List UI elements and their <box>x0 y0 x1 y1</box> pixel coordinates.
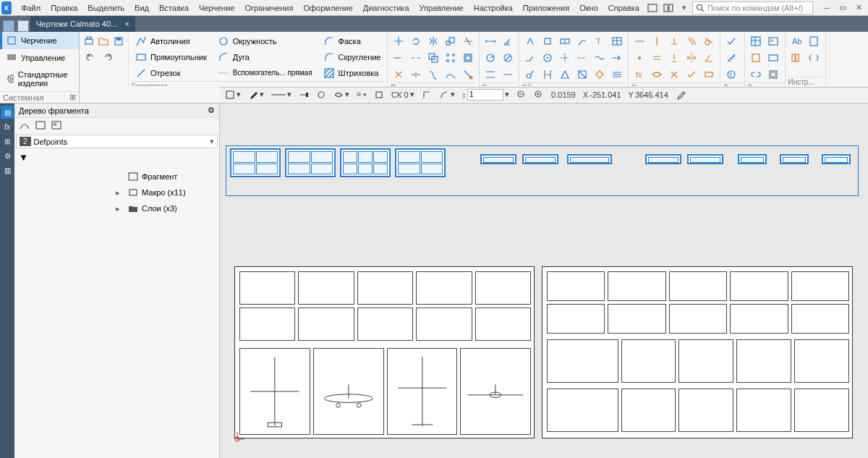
scale-field[interactable]: ↕ ▾ <box>460 89 512 101</box>
menu-select[interactable]: Выделить <box>82 2 129 14</box>
panel-tool-1[interactable] <box>19 120 30 130</box>
expand-icon[interactable]: ⊞ <box>69 93 76 102</box>
ins-view[interactable] <box>765 67 781 82</box>
close-tab-icon[interactable]: × <box>124 20 129 28</box>
gear-icon[interactable]: ⚙ <box>208 106 215 115</box>
note-brand[interactable] <box>574 67 590 82</box>
menu-constraints[interactable]: Ограничения <box>239 2 298 14</box>
grid-icon[interactable]: ⌗ ▾ <box>354 90 369 99</box>
tool-equidist[interactable] <box>425 67 441 82</box>
menu-diag[interactable]: Диагностика <box>358 2 414 14</box>
drawing-sheet-2[interactable] <box>542 266 853 438</box>
tool-break[interactable] <box>408 50 424 66</box>
tl-lib[interactable] <box>788 50 804 66</box>
tab-standard-parts[interactable]: Стандартные изделия <box>0 67 79 91</box>
diag-check[interactable] <box>723 33 739 49</box>
note-base[interactable] <box>540 33 556 49</box>
tl-calc[interactable] <box>806 33 822 49</box>
drawing-sheet-1[interactable] <box>234 266 535 438</box>
tl-spell[interactable]: Ab <box>788 33 804 49</box>
tab-manage[interactable]: Управление <box>0 49 79 67</box>
menu-format[interactable]: Оформление <box>298 2 357 14</box>
mini-sheet[interactable] <box>395 148 446 177</box>
tool-scale[interactable] <box>443 33 459 49</box>
dropdown-icon[interactable]: ▾ <box>676 1 692 15</box>
tool-mirror[interactable] <box>425 33 441 49</box>
pencil-icon[interactable]: ▾ <box>246 90 266 100</box>
con-parallel[interactable] <box>684 33 699 49</box>
ortho-icon[interactable] <box>420 90 434 100</box>
dim-auto[interactable] <box>482 67 498 82</box>
panel-tool-3[interactable] <box>51 120 62 130</box>
zoom-out-icon[interactable] <box>514 90 529 100</box>
note-leader[interactable] <box>574 33 590 49</box>
note-change[interactable] <box>592 67 608 82</box>
mini-sheet[interactable] <box>687 154 723 164</box>
tool-extend[interactable] <box>391 50 407 66</box>
save-icon[interactable] <box>112 33 125 49</box>
ins-ole[interactable] <box>765 50 781 66</box>
tool-hatch[interactable]: Штриховка <box>320 65 384 81</box>
tab-drawing[interactable]: Черчение <box>0 32 79 49</box>
tool-rotate[interactable] <box>408 33 424 49</box>
menu-settings[interactable]: Настройка <box>469 2 518 14</box>
menu-apps[interactable]: Приложения <box>518 2 574 14</box>
command-search[interactable]: Поиск по командам (Alt+/) <box>692 1 813 14</box>
dim-angular[interactable] <box>500 33 516 49</box>
note-axis[interactable] <box>574 50 590 66</box>
con-tangent[interactable] <box>701 33 717 49</box>
dim-diam[interactable] <box>500 50 516 66</box>
vtab-lib[interactable]: ▥ <box>1 164 14 177</box>
con-dim[interactable] <box>701 67 717 82</box>
note-cut[interactable] <box>540 67 556 82</box>
document-tab[interactable]: Чертежи Calmato 40... × <box>30 16 135 32</box>
filter-icon[interactable]: ▼ <box>19 152 28 163</box>
tree-fragment[interactable]: Фрагмент <box>14 169 219 185</box>
tool-helper-line[interactable]: Вспомогатель... прямая <box>214 65 315 81</box>
con-perp[interactable] <box>666 33 682 49</box>
drawing-canvas[interactable] <box>220 103 868 458</box>
menu-draw[interactable]: Черчение <box>194 2 240 14</box>
tree-layers[interactable]: ▸ Слои (x3) <box>14 200 219 216</box>
note-view[interactable] <box>557 67 573 82</box>
snap-icon[interactable] <box>372 90 386 100</box>
mini-sheet[interactable] <box>480 154 516 164</box>
vtab-props[interactable]: ⊞ <box>1 135 14 148</box>
tl-script[interactable] <box>806 50 822 66</box>
undo-icon[interactable] <box>82 49 98 65</box>
note-mark[interactable] <box>540 50 556 66</box>
diag-info[interactable]: i <box>723 67 739 82</box>
sheet-icon[interactable]: ▾ <box>223 90 243 100</box>
eye-icon[interactable]: ▾ <box>331 90 352 100</box>
tool-copy[interactable] <box>425 50 441 66</box>
note-table[interactable] <box>609 33 625 49</box>
linetype-icon[interactable]: ▾ <box>269 90 294 99</box>
con-auto[interactable] <box>684 67 699 82</box>
expand-icon[interactable]: ▸ <box>116 188 124 198</box>
note-weld[interactable] <box>522 50 538 66</box>
note-wave[interactable] <box>592 50 608 66</box>
con-coinc[interactable] <box>631 50 647 66</box>
tool-chamfer[interactable]: Фаска <box>320 33 384 49</box>
layout-icon-2[interactable] <box>660 1 676 15</box>
vtab-fx[interactable]: fx <box>1 120 14 133</box>
tool-split[interactable] <box>408 67 424 82</box>
mini-sheet[interactable] <box>230 148 281 177</box>
note-center[interactable] <box>557 50 573 66</box>
tool-circle[interactable]: Окружность <box>214 33 315 49</box>
ins-image[interactable] <box>765 33 781 49</box>
tool-move[interactable] <box>391 33 407 49</box>
menu-edit[interactable]: Правка <box>46 2 82 14</box>
note-rough[interactable] <box>522 33 538 49</box>
menu-file[interactable]: Файл <box>16 2 46 14</box>
con-sym[interactable] <box>684 50 699 66</box>
panel-tool-2[interactable] <box>35 120 46 130</box>
tool-fillet[interactable]: Скругление <box>320 49 384 65</box>
tool-autoline[interactable]: Автолиния <box>132 33 210 49</box>
endcap-icon[interactable] <box>297 90 311 100</box>
con-show[interactable] <box>649 67 665 82</box>
open-icon[interactable] <box>97 33 110 49</box>
mini-sheet[interactable] <box>738 154 767 164</box>
tool-array[interactable] <box>443 50 459 66</box>
close-button[interactable]: ✕ <box>851 1 867 15</box>
